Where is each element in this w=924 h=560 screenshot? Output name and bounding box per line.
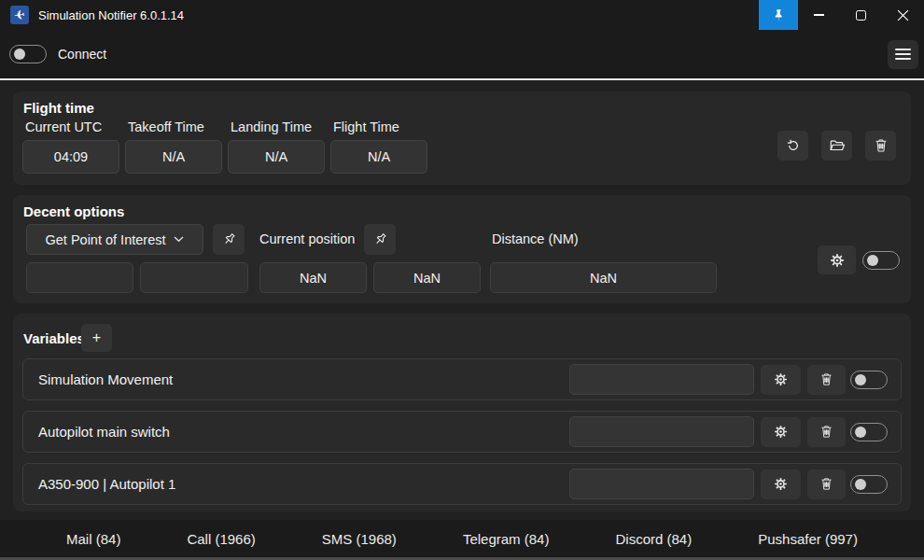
pushpin-angled-icon: [372, 231, 388, 247]
gear-icon: [773, 371, 789, 387]
toggle-knob: [867, 255, 878, 266]
field-flight-time: Flight Time N/A: [330, 119, 427, 174]
position-lon-value: NaN: [373, 262, 481, 293]
poi-dropdown[interactable]: Get Point of Interest: [26, 224, 203, 255]
variable-settings-button[interactable]: [761, 469, 801, 499]
connect-toggle[interactable]: [9, 45, 47, 63]
toggle-knob: [855, 427, 866, 438]
hamburger-icon: [895, 49, 911, 50]
status-mail: Mail (84): [66, 531, 120, 547]
status-discord: Discord (84): [615, 531, 692, 547]
trash-icon: [819, 477, 833, 491]
variable-settings-button[interactable]: [761, 417, 801, 447]
variable-row: Autopilot main switch: [22, 411, 902, 453]
title-bar: ✈ Simulation Notifier 6.0.1.14: [0, 0, 924, 30]
pushpin-icon: [772, 8, 786, 22]
pin-position-button[interactable]: [364, 224, 396, 255]
variable-toggle[interactable]: [850, 423, 888, 441]
poi-input-1[interactable]: [26, 262, 133, 293]
toggle-knob: [855, 374, 866, 385]
pin-poi-button[interactable]: [213, 224, 245, 255]
pushpin-angled-icon: [221, 231, 237, 247]
current-utc-value: 04:09: [22, 140, 119, 174]
variable-value-input[interactable]: [569, 469, 754, 499]
variable-toggle[interactable]: [850, 475, 888, 494]
toggle-knob: [14, 49, 25, 60]
flight-time-value: N/A: [330, 140, 427, 174]
variable-delete-button[interactable]: [807, 417, 846, 447]
always-on-top-pin-button[interactable]: [759, 0, 798, 30]
variable-name: A350-900 | Autopilot 1: [38, 476, 175, 492]
variable-value-input[interactable]: [569, 364, 754, 395]
variable-name: Autopilot main switch: [38, 424, 170, 440]
connect-bar: Connect: [0, 30, 924, 78]
current-position-label: Current position: [259, 231, 355, 246]
variable-settings-button[interactable]: [761, 365, 801, 395]
flight-time-section: Flight time Current UTC 04:09 Takeoff Ti…: [13, 91, 911, 185]
menu-button[interactable]: [888, 40, 918, 69]
variables-title: Variables: [23, 330, 85, 346]
toggle-knob: [855, 479, 866, 490]
takeoff-time-value: N/A: [125, 140, 222, 174]
window-title: Simulation Notifier 6.0.1.14: [38, 8, 184, 22]
window-controls: [759, 0, 924, 30]
variable-row: A350-900 | Autopilot 1: [22, 463, 902, 505]
poi-input-2[interactable]: [140, 262, 248, 293]
status-call: Call (1966): [187, 531, 255, 547]
variables-section: Variables + Simulation Movement: [13, 314, 911, 511]
flight-time-title: Flight time: [23, 100, 94, 116]
field-landing-time: Landing Time N/A: [228, 119, 325, 174]
gear-icon: [773, 424, 789, 440]
flight-time-fields: Current UTC 04:09 Takeoff Time N/A Landi…: [22, 119, 433, 174]
status-pushsafer: Pushsafer (997): [758, 531, 858, 547]
clear-times-button[interactable]: [865, 131, 896, 161]
trash-icon: [819, 372, 833, 386]
decent-settings-button[interactable]: [818, 245, 856, 274]
variable-toggle[interactable]: [850, 371, 888, 389]
reset-icon: [786, 138, 801, 153]
gear-icon: [773, 476, 789, 492]
trash-icon: [874, 138, 889, 153]
field-takeoff-time: Takeoff Time N/A: [125, 119, 222, 174]
close-button[interactable]: [882, 0, 924, 30]
variable-rows: Simulation Movement Aut: [22, 358, 902, 515]
decent-options-section: Decent options Get Point of Interest Cur…: [13, 195, 911, 303]
maximize-icon: [856, 10, 866, 21]
variable-name: Simulation Movement: [38, 371, 173, 387]
chevron-down-icon: [174, 236, 184, 243]
variable-delete-button[interactable]: [807, 469, 846, 499]
connect-label: Connect: [58, 47, 106, 62]
field-current-utc: Current UTC 04:09: [22, 119, 119, 174]
close-icon: [897, 9, 909, 21]
status-sms: SMS (1968): [322, 531, 397, 547]
trash-icon: [819, 425, 833, 439]
main-content: Flight time Current UTC 04:09 Takeoff Ti…: [0, 80, 924, 520]
variable-value-input[interactable]: [569, 416, 754, 447]
maximize-button[interactable]: [840, 0, 882, 30]
status-telegram: Telegram (84): [463, 531, 550, 547]
open-folder-icon: [829, 137, 846, 154]
decent-toggle[interactable]: [862, 251, 900, 270]
decent-options-title: Decent options: [23, 203, 124, 219]
reset-times-button[interactable]: [777, 131, 808, 161]
poi-dropdown-label: Get Point of Interest: [46, 232, 166, 247]
distance-label: Distance (NM): [492, 231, 579, 246]
status-bar: Mail (84) Call (1966) SMS (1968) Telegra…: [0, 520, 924, 557]
flight-time-actions: [777, 131, 896, 161]
position-lat-value: NaN: [259, 262, 367, 293]
variable-row: Simulation Movement: [22, 358, 902, 400]
variable-delete-button[interactable]: [807, 365, 846, 395]
app-window: ✈ Simulation Notifier 6.0.1.14 Conn: [0, 0, 924, 560]
app-logo-airplane-icon: ✈: [10, 6, 29, 24]
minimize-icon: [814, 14, 824, 16]
open-log-button[interactable]: [821, 131, 852, 161]
distance-value: NaN: [490, 262, 717, 293]
minimize-button[interactable]: [798, 0, 840, 30]
add-variable-button[interactable]: +: [81, 324, 112, 352]
landing-time-value: N/A: [228, 140, 325, 174]
gear-icon: [829, 252, 846, 269]
